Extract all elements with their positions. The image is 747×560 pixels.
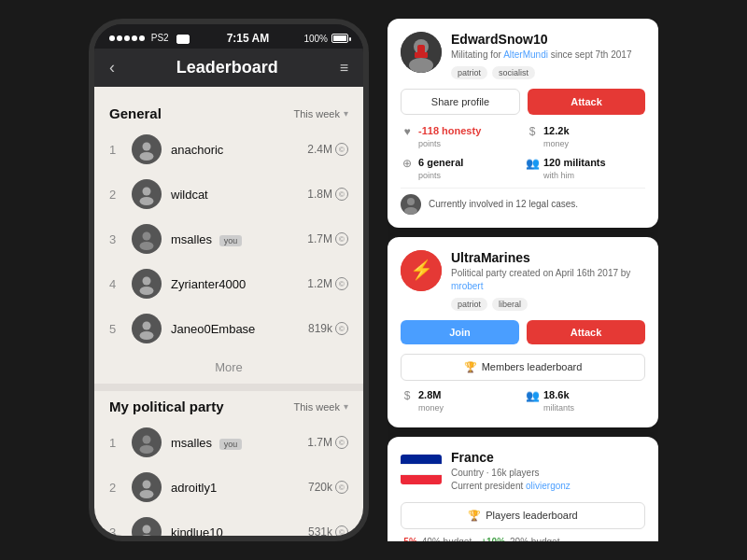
table-row[interactable]: 5 Janeo0Embase 819k © <box>94 306 363 351</box>
svg-point-11 <box>140 445 154 454</box>
svg-point-14 <box>143 525 151 534</box>
time-display: 7:15 AM <box>227 32 270 45</box>
svg-point-7 <box>140 287 154 295</box>
budget-pos-value: +10% <box>481 537 505 541</box>
username-label: adroitly1 <box>171 481 299 495</box>
carrier-label: PS2 <box>151 33 169 43</box>
back-button[interactable]: ‹ <box>109 58 115 77</box>
username-label: Janeo0Embase <box>171 322 299 336</box>
general-section-title: General <box>109 105 162 121</box>
avatar <box>132 427 162 457</box>
stat-honesty: ♥ -118 honesty points <box>401 124 520 150</box>
attack-party-button[interactable]: Attack <box>527 320 645 344</box>
join-party-button[interactable]: Join <box>401 320 519 344</box>
profile-username: EdwardSnow10 <box>451 32 631 47</box>
table-row[interactable]: 3 msalles you 1.7M © <box>94 217 363 261</box>
avatar <box>132 269 162 299</box>
nav-bar: ‹ Leaderboard ≡ <box>94 49 363 87</box>
people-icon: 👥 <box>526 389 539 402</box>
party-info: UltraMarines Political party created on … <box>451 250 645 311</box>
nav-title: Leaderboard <box>176 58 278 77</box>
stat-label: points <box>418 170 463 182</box>
stat-value: 120 militants <box>543 156 606 170</box>
party-section-title: My political party <box>109 399 224 414</box>
general-period-label: This week <box>293 108 340 119</box>
tag-patriot: patriot <box>451 298 487 311</box>
avatar <box>132 179 162 209</box>
attack-profile-button[interactable]: Attack <box>528 89 645 115</box>
you-badge: you <box>219 235 243 246</box>
more-button[interactable]: More <box>94 351 363 384</box>
period-chevron-icon: ▾ <box>344 108 348 119</box>
players-leaderboard-button[interactable]: 🏆 Players leaderboard <box>401 502 645 529</box>
table-row[interactable]: 4 Zyrianter4000 1.2M © <box>94 261 363 306</box>
general-leaderboard-list: 1 anachoric 2.4M © 2 wildcat 1.8M © 3 <box>94 127 363 351</box>
score-label: 1.7M © <box>307 436 348 449</box>
involved-text: Currently involved in 12 legal cases. <box>429 199 578 209</box>
tag-patriot: patriot <box>451 66 487 79</box>
signal-dots: PS2 <box>109 33 191 43</box>
party-stats: $ 2.8M money 👥 18.6k militants <box>401 388 645 414</box>
score-icon: © <box>335 188 348 201</box>
score-icon: © <box>335 322 348 335</box>
tag-liberal: liberal <box>492 298 528 311</box>
table-row[interactable]: 2 wildcat 1.8M © <box>94 172 363 217</box>
username-label: msalles you <box>171 436 298 450</box>
flag-blue-stripe <box>401 455 442 464</box>
period-chevron-icon: ▾ <box>344 401 348 412</box>
shield-icon: ⊕ <box>401 157 414 170</box>
stat-label: militants <box>543 402 574 414</box>
party-period-selector[interactable]: This week ▾ <box>293 401 348 413</box>
table-row[interactable]: 1 msalles you 1.7M © <box>94 420 363 465</box>
flag-red-stripe <box>401 475 442 484</box>
score-icon: © <box>335 436 348 449</box>
stat-label: money <box>543 138 570 150</box>
country-card-header: France Country · 16k playersCurrent pres… <box>401 450 645 493</box>
svg-point-15 <box>140 535 154 536</box>
profile-card: EdwardSnow10 Militating for AlterMundi s… <box>388 19 658 228</box>
avatar <box>132 472 162 502</box>
president-link[interactable]: oliviergonz <box>526 481 571 491</box>
svg-point-8 <box>143 322 151 330</box>
general-period-selector[interactable]: This week ▾ <box>293 108 348 119</box>
party-period-label: This week <box>293 401 340 413</box>
score-icon: © <box>335 143 348 156</box>
budget-item-negative: -5% 40% budget <box>401 537 472 541</box>
party-tags: patriot liberal <box>451 298 645 311</box>
stat-money: $ 12.2k money <box>526 124 645 150</box>
score-label: 2.4M © <box>307 143 348 156</box>
profile-card-header: EdwardSnow10 Militating for AlterMundi s… <box>401 32 645 79</box>
share-profile-button[interactable]: Share profile <box>401 89 520 115</box>
budget-item-positive: +10% 20% budget <box>481 537 559 541</box>
budget-pos-label: 20% budget <box>510 537 559 541</box>
general-section-header: General This week ▾ <box>94 98 363 127</box>
profile-actions: Share profile Attack <box>401 89 645 115</box>
phone-frame: PS2 7:15 AM 100% ‹ Leaderboard ≡ General… <box>89 19 369 541</box>
score-label: 720k © <box>308 481 348 494</box>
budget-neg-value: -5% <box>401 537 417 541</box>
svg-point-12 <box>143 481 151 489</box>
profile-stats: ♥ -118 honesty points $ 12.2k money ⊕ 6 … <box>401 124 645 182</box>
members-leaderboard-button[interactable]: 🏆 Members leaderboard <box>401 354 645 381</box>
table-row[interactable]: 2 adroitly1 720k © <box>94 465 363 510</box>
profile-link[interactable]: AlterMundi <box>503 49 548 60</box>
status-icons: 100% <box>303 34 348 44</box>
svg-point-13 <box>140 490 154 498</box>
svg-point-1 <box>140 152 154 161</box>
avatar <box>132 517 162 536</box>
svg-point-10 <box>143 436 151 444</box>
svg-point-0 <box>143 143 151 151</box>
svg-point-2 <box>143 188 151 196</box>
filter-button[interactable]: ≡ <box>340 60 348 77</box>
stat-party-militants: 👥 18.6k militants <box>526 388 645 414</box>
stat-value: -118 honesty <box>418 124 481 138</box>
table-row[interactable]: 1 anachoric 2.4M © <box>94 127 363 172</box>
status-bar: PS2 7:15 AM 100% <box>94 24 363 49</box>
stat-value: 6 general <box>418 156 463 170</box>
svg-point-4 <box>143 232 151 241</box>
stat-label: money <box>418 402 444 414</box>
username-label: anachoric <box>171 143 298 157</box>
flag-white-stripe <box>401 464 442 475</box>
table-row[interactable]: 3 kindlue10_ 531k © <box>94 510 363 536</box>
party-creator-link[interactable]: mrobert <box>451 281 483 291</box>
